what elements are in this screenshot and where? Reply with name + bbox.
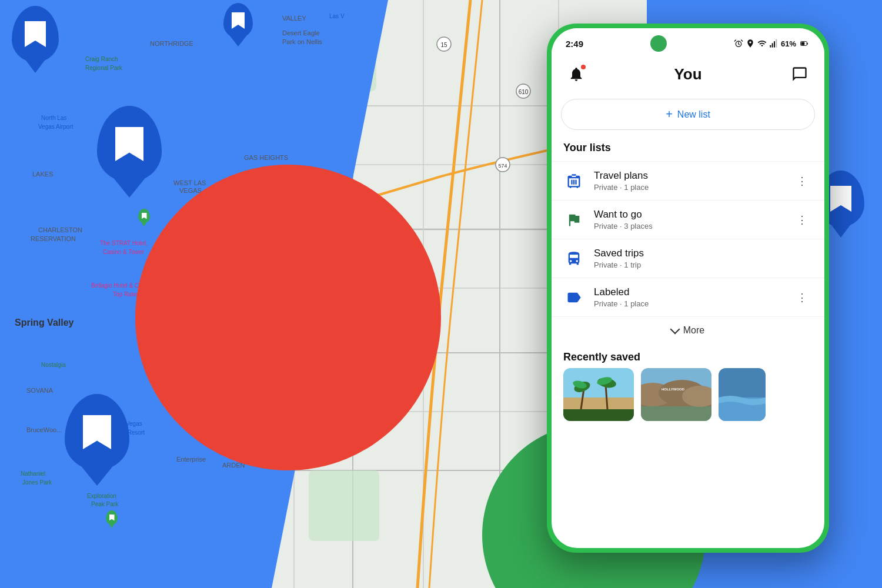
svg-rect-51 [641,406,711,421]
ocean-card-image [719,368,766,421]
labeled-info: Labeled Private · 1 place [594,286,782,308]
luggage-icon [563,171,584,192]
svg-text:574: 574 [498,163,507,169]
recent-card-ocean[interactable] [719,368,766,421]
list-item-saved-trips[interactable]: Saved trips Private · 1 trip [552,239,824,278]
svg-rect-42 [563,409,634,421]
labeled-sub: Private · 1 place [594,299,782,308]
signal-icon [769,39,779,48]
svg-point-13 [437,37,451,51]
more-label: More [683,325,704,336]
travel-plans-name: Travel plans [594,170,782,182]
hollywood-card-image: HOLLYWOOD [641,368,711,421]
location-icon [746,39,755,48]
list-item-want-to-go[interactable]: Want to go Private · 3 places ⋮ [552,200,824,239]
status-time: 2:49 [566,39,583,49]
svg-rect-35 [774,41,775,48]
map-pin-green-2 [106,510,118,524]
want-to-go-sub: Private · 3 places [594,222,782,230]
status-bar: 2:49 [552,28,824,56]
your-lists-title: Your lists [552,139,824,161]
want-to-go-info: Want to go Private · 3 places [594,209,782,230]
svg-rect-33 [770,45,771,48]
svg-text:610: 610 [519,89,529,95]
saved-trips-sub: Private · 1 trip [594,260,813,269]
recent-card-beach[interactable] [563,368,634,421]
status-icons: 61% [734,39,810,48]
map-pin-4 [65,394,129,470]
new-list-plus-icon: + [666,108,673,121]
notifications-button[interactable] [563,61,589,87]
alarm-icon [734,39,743,48]
flag-icon [563,209,584,230]
svg-rect-39 [807,43,808,45]
svg-point-25 [496,158,510,172]
travel-plans-info: Travel plans Private · 1 place [594,170,782,192]
camera-dot [650,35,667,52]
map-pin-green-1 [138,209,150,223]
svg-rect-36 [776,39,777,48]
bus-icon [563,248,584,269]
notification-dot [581,65,586,69]
app-header: You [552,56,824,96]
messages-button[interactable] [787,61,813,87]
labeled-more-button[interactable]: ⋮ [791,287,813,308]
svg-text:HOLLYWOOD: HOLLYWOOD [662,387,685,391]
list-item-travel-plans[interactable]: Travel plans Private · 1 place ⋮ [552,161,824,200]
svg-rect-29 [309,470,379,541]
chat-icon [791,66,808,82]
your-lists-section: Your lists Travel plans Private · 1 plac… [552,139,824,316]
map-pin-3 [97,106,162,182]
svg-text:15: 15 [440,42,447,48]
saved-trips-name: Saved trips [594,248,813,259]
want-to-go-more-button[interactable]: ⋮ [791,209,813,230]
beach-card-image [563,368,634,421]
phone-screen: 2:49 [552,28,824,548]
travel-plans-more-button[interactable]: ⋮ [791,171,813,192]
list-item-labeled[interactable]: Labeled Private · 1 place ⋮ [552,278,824,316]
svg-rect-41 [563,397,634,409]
page-title: You [589,65,787,83]
new-list-label: New list [677,109,710,120]
new-list-button[interactable]: + New list [561,99,815,130]
chevron-down-icon [670,325,680,335]
recently-saved-section: Recently saved [552,344,824,421]
saved-trips-info: Saved trips Private · 1 trip [594,248,813,269]
recently-saved-title: Recently saved [552,344,824,368]
want-to-go-name: Want to go [594,209,782,220]
label-icon [563,287,584,308]
map-pin-2 [223,3,253,38]
wifi-icon [757,39,767,48]
red-circle-decoration [135,165,441,470]
map-pin-1 [12,6,59,62]
svg-rect-38 [801,42,804,45]
labeled-name: Labeled [594,286,782,298]
more-button[interactable]: More [552,316,824,344]
battery-text: 61% [781,39,796,48]
travel-plans-sub: Private · 1 place [594,183,782,192]
recent-card-hollywood[interactable]: HOLLYWOOD [641,368,711,421]
phone-device: 2:49 [547,24,829,553]
svg-point-15 [516,84,530,98]
recent-cards-container: HOLLYWOOD [552,368,824,421]
battery-icon [799,39,810,48]
svg-rect-34 [772,43,773,47]
